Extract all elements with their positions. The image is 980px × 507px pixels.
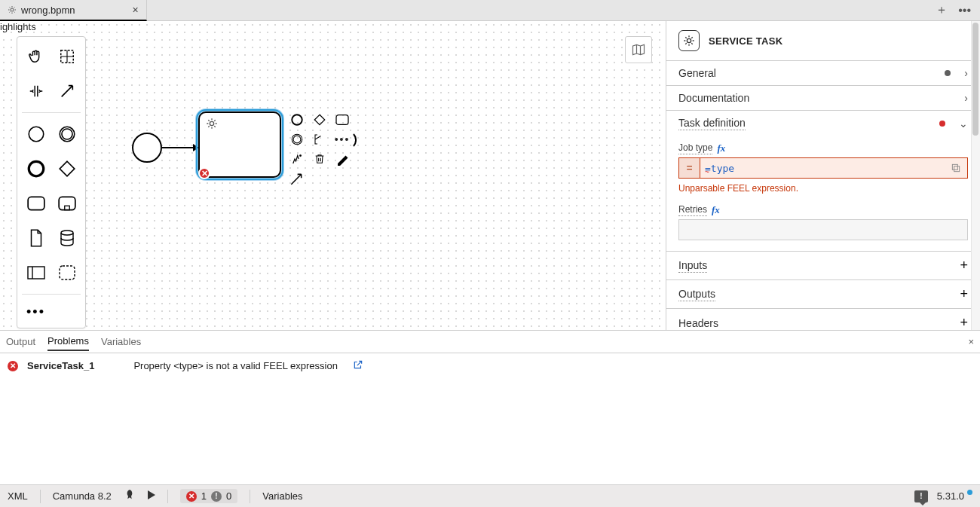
error-icon: ✕: [186, 491, 197, 502]
section-header-headers[interactable]: Headers +: [666, 309, 980, 330]
error-underline: ~: [705, 168, 709, 176]
problems-counter[interactable]: ✕ 1 ! 0: [180, 489, 237, 503]
hand-tool[interactable]: [20, 41, 51, 72]
section-label: Inputs: [678, 259, 707, 273]
feedback-button[interactable]: !: [914, 490, 928, 502]
section-header-inputs[interactable]: Inputs +: [666, 252, 980, 279]
job-type-label: Job type fx: [678, 142, 968, 154]
svg-point-2: [29, 127, 44, 142]
section-documentation: Documentation ›: [666, 85, 980, 110]
file-tab[interactable]: wrong.bpmn ×: [0, 0, 147, 21]
group-tool[interactable]: [51, 258, 82, 288]
task-tool[interactable]: [20, 188, 51, 218]
plus-icon[interactable]: +: [960, 258, 968, 273]
end-event-tool[interactable]: [20, 154, 51, 184]
start-event-tool[interactable]: [20, 119, 51, 149]
job-type-input[interactable]: [700, 158, 945, 178]
lasso-tool[interactable]: [51, 41, 82, 72]
tab-title: wrong.bpmn: [21, 5, 75, 16]
data-object-tool[interactable]: [20, 223, 51, 253]
svg-rect-10: [28, 267, 44, 279]
data-store-tool[interactable]: [51, 223, 82, 253]
element-palette: •••: [17, 36, 86, 328]
variables-status[interactable]: Variables: [262, 490, 302, 502]
palette-more[interactable]: •••: [20, 301, 51, 323]
section-header-task-definition[interactable]: Task definition ⌄: [666, 111, 980, 136]
section-label: Documentation: [678, 92, 958, 104]
tab-problems[interactable]: Problems: [47, 332, 89, 351]
section-outputs: Outputs +: [666, 279, 980, 308]
properties-panel: SERVICE TASK General › Documentation › T…: [666, 21, 980, 330]
problem-row[interactable]: ✕ ServiceTask_1 Property <type> is not a…: [0, 353, 980, 378]
deploy-icon[interactable]: [124, 489, 136, 503]
tab-output[interactable]: Output: [6, 333, 35, 350]
subprocess-icon: [57, 195, 77, 212]
delete-element[interactable]: [311, 151, 328, 167]
gateway-tool[interactable]: [51, 154, 82, 184]
diagram-canvas[interactable]: ••• ✕ •••: [0, 21, 666, 330]
intermediate-event-tool[interactable]: [51, 119, 82, 149]
subprocess-tool[interactable]: [51, 188, 82, 218]
close-tab-icon[interactable]: ×: [133, 4, 139, 16]
tabbar: wrong.bpmn × ＋ •••: [0, 0, 980, 21]
error-icon: ✕: [8, 361, 18, 371]
sequence-flow[interactable]: [162, 147, 198, 148]
properties-scrollbar[interactable]: [971, 21, 980, 330]
context-pad: •••: [289, 111, 357, 167]
platform-label[interactable]: Camunda 8.2: [53, 490, 112, 502]
section-header-documentation[interactable]: Documentation ›: [666, 86, 980, 110]
start-event[interactable]: [132, 133, 162, 163]
append-text-annotation[interactable]: [311, 131, 328, 148]
popout-icon[interactable]: [945, 158, 967, 178]
change-type[interactable]: [289, 151, 305, 167]
tab-menu-button[interactable]: •••: [958, 4, 971, 17]
svg-point-5: [29, 161, 44, 176]
plus-icon[interactable]: +: [960, 286, 968, 302]
feel-toggle-icon[interactable]: fx: [717, 142, 725, 154]
service-task[interactable]: ✕: [198, 111, 281, 178]
problem-message: Property <type> is not a valid FEEL expr…: [133, 360, 338, 371]
section-header-general[interactable]: General ›: [666, 61, 980, 85]
plus-icon[interactable]: +: [960, 315, 968, 330]
space-tool[interactable]: [20, 76, 51, 106]
main-area: ••• ✕ •••: [0, 21, 980, 330]
new-tab-button[interactable]: ＋: [936, 2, 948, 18]
svg-point-9: [61, 231, 73, 235]
connect-tool[interactable]: [51, 76, 82, 106]
status-bar: XML Camunda 8.2 ✕ 1 ! 0 Variables ! 5.31…: [0, 484, 980, 507]
bottom-tabs: Output Problems Variables ×: [0, 331, 980, 353]
section-header-outputs[interactable]: Outputs +: [666, 280, 980, 308]
svg-point-13: [292, 115, 302, 125]
append-intermediate-event[interactable]: [289, 131, 305, 148]
service-task-type-icon: [678, 30, 700, 51]
properties-title: SERVICE TASK: [709, 35, 782, 47]
svg-point-12: [210, 121, 213, 125]
append-task[interactable]: [334, 111, 351, 128]
close-bottom-panel[interactable]: ×: [968, 336, 974, 347]
connect-from-task[interactable]: [289, 172, 304, 189]
xml-toggle[interactable]: XML: [8, 490, 28, 502]
minimap-toggle[interactable]: [625, 36, 652, 63]
svg-rect-11: [60, 266, 75, 279]
problem-task-id: ServiceTask_1: [27, 360, 94, 371]
section-error-dot: [939, 121, 945, 127]
external-link-icon[interactable]: [353, 359, 363, 372]
double-circle-icon: [57, 124, 77, 144]
color-element[interactable]: [334, 151, 351, 167]
chevron-down-icon: ⌄: [959, 118, 968, 130]
append-more[interactable]: •••: [334, 131, 351, 148]
append-gateway[interactable]: [311, 111, 328, 128]
pool-tool[interactable]: [20, 258, 51, 288]
job-type-input-wrap: =: [678, 157, 968, 179]
tab-variables[interactable]: Variables: [101, 333, 141, 350]
svg-point-0: [11, 8, 14, 11]
run-button[interactable]: [148, 490, 155, 502]
append-end-event[interactable]: [289, 111, 305, 128]
version-label[interactable]: 5.31.0: [937, 490, 972, 502]
feel-toggle-icon[interactable]: fx: [712, 204, 720, 216]
thin-circle-icon: [26, 124, 46, 144]
properties-header: SERVICE TASK: [666, 21, 980, 60]
retries-input[interactable]: [678, 219, 968, 240]
section-label: Outputs: [678, 288, 715, 301]
error-count: 1: [201, 490, 207, 502]
